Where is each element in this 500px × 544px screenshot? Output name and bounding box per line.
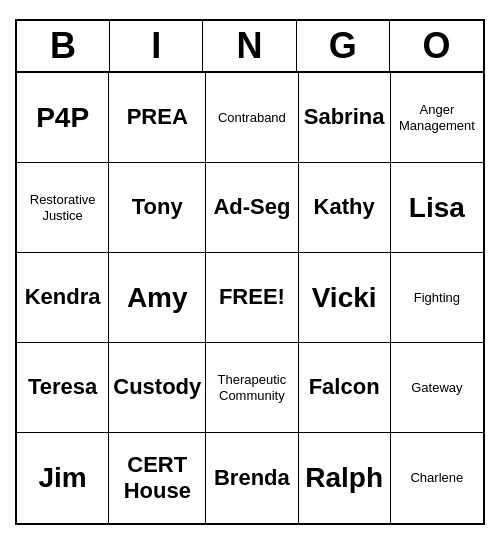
bingo-cell-9[interactable]: Lisa xyxy=(391,163,483,253)
cell-text-4: Anger Management xyxy=(395,102,479,133)
cell-text-17: Therapeutic Community xyxy=(210,372,293,403)
bingo-cell-12[interactable]: FREE! xyxy=(206,253,298,343)
bingo-cell-16[interactable]: Custody xyxy=(109,343,206,433)
cell-text-24: Charlene xyxy=(410,470,463,486)
cell-text-5: Restorative Justice xyxy=(21,192,104,223)
bingo-cell-5[interactable]: Restorative Justice xyxy=(17,163,109,253)
cell-text-21: CERT House xyxy=(113,452,201,505)
header-letter-b: B xyxy=(17,21,110,71)
cell-text-18: Falcon xyxy=(309,374,380,400)
cell-text-12: FREE! xyxy=(219,284,285,310)
header-letter-i: I xyxy=(110,21,203,71)
cell-text-15: Teresa xyxy=(28,374,97,400)
cell-text-6: Tony xyxy=(132,194,183,220)
bingo-cell-11[interactable]: Amy xyxy=(109,253,206,343)
bingo-cell-0[interactable]: P4P xyxy=(17,73,109,163)
bingo-cell-8[interactable]: Kathy xyxy=(299,163,391,253)
bingo-cell-19[interactable]: Gateway xyxy=(391,343,483,433)
header-letter-g: G xyxy=(297,21,390,71)
cell-text-14: Fighting xyxy=(414,290,460,306)
cell-text-0: P4P xyxy=(36,101,89,135)
bingo-cell-13[interactable]: Vicki xyxy=(299,253,391,343)
bingo-cell-2[interactable]: Contraband xyxy=(206,73,298,163)
bingo-grid: P4PPREAContrabandSabrinaAnger Management… xyxy=(17,73,483,523)
cell-text-7: Ad-Seg xyxy=(213,194,290,220)
cell-text-8: Kathy xyxy=(314,194,375,220)
header-letter-o: O xyxy=(390,21,483,71)
bingo-cell-21[interactable]: CERT House xyxy=(109,433,206,523)
cell-text-16: Custody xyxy=(113,374,201,400)
cell-text-19: Gateway xyxy=(411,380,462,396)
bingo-header: BINGO xyxy=(17,21,483,73)
bingo-cell-24[interactable]: Charlene xyxy=(391,433,483,523)
bingo-cell-15[interactable]: Teresa xyxy=(17,343,109,433)
cell-text-3: Sabrina xyxy=(304,104,385,130)
header-letter-n: N xyxy=(203,21,296,71)
bingo-cell-20[interactable]: Jim xyxy=(17,433,109,523)
bingo-cell-3[interactable]: Sabrina xyxy=(299,73,391,163)
cell-text-2: Contraband xyxy=(218,110,286,126)
bingo-cell-17[interactable]: Therapeutic Community xyxy=(206,343,298,433)
bingo-cell-23[interactable]: Ralph xyxy=(299,433,391,523)
cell-text-11: Amy xyxy=(127,281,188,315)
bingo-cell-14[interactable]: Fighting xyxy=(391,253,483,343)
cell-text-22: Brenda xyxy=(214,465,290,491)
cell-text-20: Jim xyxy=(39,461,87,495)
bingo-cell-22[interactable]: Brenda xyxy=(206,433,298,523)
cell-text-23: Ralph xyxy=(305,461,383,495)
cell-text-13: Vicki xyxy=(312,281,377,315)
bingo-cell-4[interactable]: Anger Management xyxy=(391,73,483,163)
cell-text-9: Lisa xyxy=(409,191,465,225)
bingo-cell-18[interactable]: Falcon xyxy=(299,343,391,433)
bingo-card: BINGO P4PPREAContrabandSabrinaAnger Mana… xyxy=(15,19,485,525)
bingo-cell-1[interactable]: PREA xyxy=(109,73,206,163)
bingo-cell-10[interactable]: Kendra xyxy=(17,253,109,343)
cell-text-1: PREA xyxy=(127,104,188,130)
bingo-cell-7[interactable]: Ad-Seg xyxy=(206,163,298,253)
cell-text-10: Kendra xyxy=(25,284,101,310)
bingo-cell-6[interactable]: Tony xyxy=(109,163,206,253)
